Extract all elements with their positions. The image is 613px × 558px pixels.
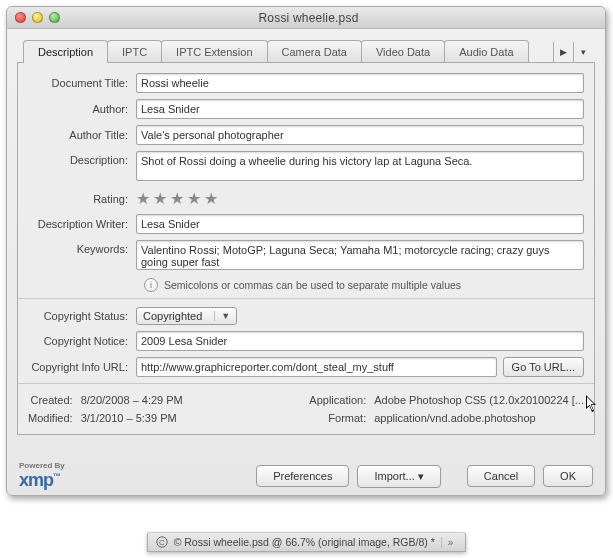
import-button[interactable]: Import... ▾ bbox=[357, 465, 440, 488]
doc-title-label: Document Title: bbox=[28, 77, 136, 89]
copyright-status-label: Copyright Status: bbox=[28, 310, 136, 322]
window-controls bbox=[15, 12, 60, 23]
document-tab-strip: C © Rossi wheelie.psd @ 66.7% (original … bbox=[0, 532, 613, 552]
cancel-button[interactable]: Cancel bbox=[467, 465, 535, 487]
powered-by-label: Powered By bbox=[19, 462, 65, 470]
tab-camera-data[interactable]: Camera Data bbox=[267, 40, 362, 62]
star-icon[interactable]: ★ bbox=[204, 189, 218, 208]
application-label: Application: bbox=[309, 394, 366, 406]
star-icon[interactable]: ★ bbox=[136, 189, 150, 208]
zoom-window-button[interactable] bbox=[49, 12, 60, 23]
created-label: Created: bbox=[28, 394, 73, 406]
format-value: application/vnd.adobe.photoshop bbox=[374, 412, 584, 424]
rating-control[interactable]: ★ ★ ★ ★ ★ bbox=[136, 189, 584, 208]
separator bbox=[18, 383, 594, 384]
desc-writer-label: Description Writer: bbox=[28, 218, 136, 230]
copyright-status-select[interactable]: Copyrighted ▼ bbox=[136, 307, 237, 325]
star-icon[interactable]: ★ bbox=[187, 189, 201, 208]
tab-audio-data[interactable]: Audio Data bbox=[444, 40, 528, 62]
copyright-url-input[interactable] bbox=[136, 357, 497, 377]
file-metadata: Created: 8/20/2008 – 4:29 PM Modified: 3… bbox=[28, 394, 584, 424]
copyright-url-label: Copyright Info URL: bbox=[28, 361, 136, 373]
go-to-url-button[interactable]: Go To URL... bbox=[503, 357, 584, 377]
keywords-input[interactable] bbox=[136, 240, 584, 270]
preferences-button[interactable]: Preferences bbox=[256, 465, 349, 487]
doc-title-input[interactable] bbox=[136, 73, 584, 93]
xmp-logo: xmp™ bbox=[19, 470, 65, 491]
tab-video-data[interactable]: Video Data bbox=[361, 40, 445, 62]
document-tab-label: © Rossi wheelie.psd @ 66.7% (original im… bbox=[174, 536, 435, 548]
author-input[interactable] bbox=[136, 99, 584, 119]
xmp-branding: Powered By xmp™ bbox=[19, 462, 65, 491]
copyright-icon: C bbox=[156, 536, 168, 548]
author-title-input[interactable] bbox=[136, 125, 584, 145]
titlebar: Rossi wheelie.psd bbox=[7, 7, 605, 29]
window-body: Description IPTC IPTC Extension Camera D… bbox=[7, 29, 605, 495]
tab-iptc[interactable]: IPTC bbox=[107, 40, 162, 62]
modified-value: 3/1/2010 – 5:39 PM bbox=[81, 412, 183, 424]
author-label: Author: bbox=[28, 103, 136, 115]
tab-menu-button[interactable]: ▾ bbox=[573, 42, 593, 62]
separator bbox=[18, 298, 594, 299]
description-label: Description: bbox=[28, 151, 136, 166]
modified-label: Modified: bbox=[28, 412, 73, 424]
copyright-status-value: Copyrighted bbox=[143, 310, 202, 322]
keywords-hint-text: Semicolons or commas can be used to sepa… bbox=[164, 279, 461, 291]
application-value: Adobe Photoshop CS5 (12.0x20100224 [... bbox=[374, 394, 584, 406]
description-input[interactable] bbox=[136, 151, 584, 181]
format-label: Format: bbox=[309, 412, 366, 424]
document-tab[interactable]: C © Rossi wheelie.psd @ 66.7% (original … bbox=[147, 532, 467, 552]
keywords-label: Keywords: bbox=[28, 240, 136, 255]
rating-label: Rating: bbox=[28, 193, 136, 205]
file-info-window: Rossi wheelie.psd Description IPTC IPTC … bbox=[6, 6, 606, 496]
copyright-notice-label: Copyright Notice: bbox=[28, 335, 136, 347]
document-tab-menu[interactable]: » bbox=[441, 537, 454, 548]
close-window-button[interactable] bbox=[15, 12, 26, 23]
star-icon[interactable]: ★ bbox=[153, 189, 167, 208]
tab-description[interactable]: Description bbox=[23, 40, 108, 62]
minimize-window-button[interactable] bbox=[32, 12, 43, 23]
desc-writer-input[interactable] bbox=[136, 214, 584, 234]
metadata-tabbar: Description IPTC IPTC Extension Camera D… bbox=[17, 37, 595, 63]
ok-button[interactable]: OK bbox=[543, 465, 593, 487]
description-panel: Document Title: Author: Author Title: De… bbox=[17, 63, 595, 435]
author-title-label: Author Title: bbox=[28, 129, 136, 141]
tab-iptc-extension[interactable]: IPTC Extension bbox=[161, 40, 267, 62]
created-value: 8/20/2008 – 4:29 PM bbox=[81, 394, 183, 406]
dialog-footer: Powered By xmp™ Preferences Import... ▾ … bbox=[7, 457, 605, 495]
info-icon: i bbox=[144, 278, 158, 292]
star-icon[interactable]: ★ bbox=[170, 189, 184, 208]
keywords-hint: i Semicolons or commas can be used to se… bbox=[144, 278, 584, 292]
tab-overflow-button[interactable]: ▶ bbox=[553, 42, 573, 62]
window-title: Rossi wheelie.psd bbox=[60, 11, 557, 25]
copyright-notice-input[interactable] bbox=[136, 331, 584, 351]
svg-text:C: C bbox=[159, 538, 165, 547]
chevron-down-icon: ▼ bbox=[214, 311, 230, 321]
